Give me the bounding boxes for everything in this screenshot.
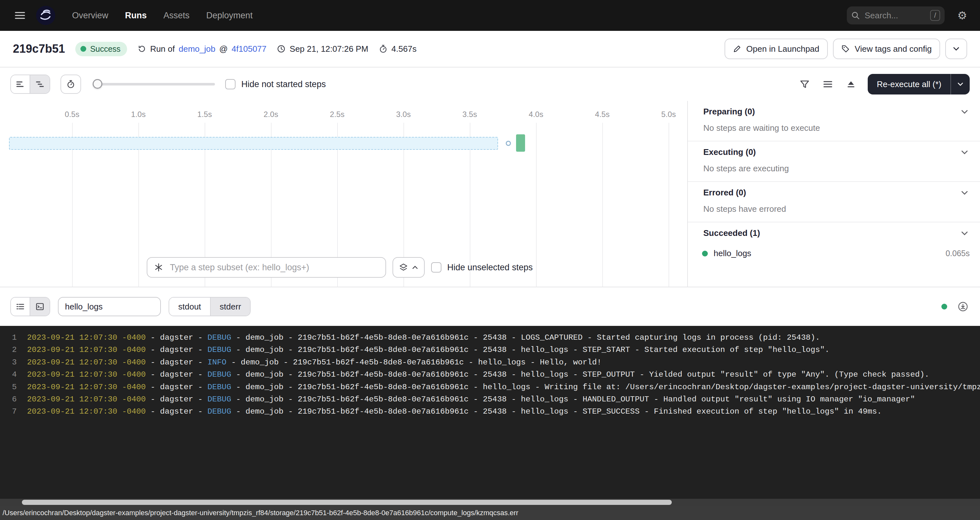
axis-tick: 0.5s [65,110,79,119]
job-link[interactable]: demo_job [178,44,215,54]
gantt-step-marker [506,141,511,146]
log-toolbar: stdout stderr [0,287,980,326]
gantt-bar-hello-logs[interactable] [516,134,525,152]
log-timestamp: 2023-09-21 12:07:30 -0400 [27,344,146,356]
section-preparing-header[interactable]: Preparing (0) [688,101,980,122]
funnel-icon [800,79,810,89]
collapse-panel-button[interactable] [845,78,858,90]
log-sep: - [231,406,245,418]
checkbox-box[interactable] [431,262,441,273]
graph-query-toggle-button[interactable] [393,257,425,278]
log-message: demo_job - 219c7b51-b62f-4e5b-8de8-0e7a6… [245,406,882,418]
axis-tick: 2.0s [264,110,278,119]
gear-icon: ⚙ [958,10,967,22]
pencil-icon [733,45,741,53]
axis-tick: 3.5s [462,110,477,119]
log-level: DEBUG [207,393,231,406]
gantt-zoom-slider[interactable] [93,75,215,93]
scrollbar-thumb[interactable] [22,500,672,505]
run-of-meta: Run of demo_job @ 4f105077 [137,44,267,54]
snapshot-link[interactable]: 4f105077 [232,44,266,54]
checkbox-box[interactable] [225,79,235,89]
duration-meta: 4.567s [379,44,417,54]
step-subset-filter[interactable] [147,257,386,278]
reexecute-options-button[interactable] [950,74,970,95]
rows-icon [822,79,833,89]
gantt-controls: Hide unselected steps [147,257,533,278]
gantt-timing-toggle-button[interactable] [60,75,81,94]
section-title: Errored (0) [703,188,746,198]
nav-item-overview[interactable]: Overview [72,11,108,21]
section-succeeded-header[interactable]: Succeeded (1) [688,222,980,243]
log-level: DEBUG [207,369,231,381]
nav-item-assets[interactable]: Assets [164,11,189,21]
nav-item-deployment[interactable]: Deployment [206,11,253,21]
log-sep: - [146,406,160,418]
axis-tick: 1.5s [197,110,212,119]
log-sep: - [226,357,241,369]
run-header-more-button[interactable] [945,38,967,59]
log-sep: - [146,369,160,381]
step-row-hello-logs[interactable]: hello_logs 0.065s [688,243,980,263]
slider-handle[interactable] [93,79,102,89]
log-message: demo_job - 219c7b51-b62f-4e5b-8de8-0e7a6… [245,369,929,381]
log-message: demo_job - 219c7b51-b62f-4e5b-8de8-0e7a6… [241,357,601,369]
hide-unselected-checkbox[interactable]: Hide unselected steps [431,262,533,273]
log-sep: - [146,332,160,344]
hamburger-menu-button[interactable] [10,6,30,25]
log-horizontal-scrollbar[interactable] [0,499,980,506]
gantt-flat-view-button[interactable] [11,75,30,93]
gantt-waiting-bar [9,137,498,150]
step-subset-input[interactable] [169,262,379,273]
search-input[interactable] [864,10,927,21]
open-launchpad-button[interactable]: Open in Launchpad [725,38,828,59]
row-view-button[interactable] [821,78,834,90]
log-line: 32023-09-21 12:07:30 -0400 - dagster - I… [0,357,980,369]
filter-funnel-button[interactable] [798,78,811,90]
nav-item-runs[interactable]: Runs [125,11,147,21]
start-time-meta: Sep 21, 12:07:26 PM [277,44,368,54]
log-message: demo_job - 219c7b51-b62f-4e5b-8de8-0e7a6… [245,332,820,344]
raw-log-view-button[interactable] [30,298,49,315]
search-shortcut-key: / [930,10,940,21]
run-header-actions: Open in Launchpad View tags and config [725,38,967,59]
view-tags-config-button[interactable]: View tags and config [833,38,940,59]
reexecute-split-button: Re-execute all (*) [868,74,970,95]
stdout-tab[interactable]: stdout [169,298,211,315]
section-title: Preparing (0) [703,107,755,117]
step-name: hello_logs [714,249,751,258]
hide-not-started-checkbox[interactable]: Hide not started steps [225,79,326,89]
line-number: 7 [0,406,17,418]
download-logs-button[interactable] [956,300,970,313]
structured-log-view-button[interactable] [11,298,30,315]
line-number: 1 [0,332,17,344]
settings-gear-button[interactable]: ⚙ [955,7,970,24]
log-step-filter-input[interactable] [58,297,161,316]
status-badge: Success [75,42,127,56]
search-icon [851,11,860,20]
reexecute-all-button[interactable]: Re-execute all (*) [868,74,950,95]
log-sep: - [146,357,160,369]
open-launchpad-label: Open in Launchpad [746,44,819,54]
history-icon [137,44,146,53]
log-output: 12023-09-21 12:07:30 -0400 - dagster - D… [0,326,980,506]
log-sep: - [193,406,207,418]
at-symbol: @ [219,44,228,54]
log-line: 42023-09-21 12:07:30 -0400 - dagster - D… [0,369,980,381]
section-errored-header[interactable]: Errored (0) [688,182,980,203]
layers-icon [399,263,408,272]
list-icon [16,302,25,311]
section-executing-header[interactable]: Executing (0) [688,141,980,162]
log-message: demo_job - 219c7b51-b62f-4e5b-8de8-0e7a6… [245,344,829,356]
stderr-tab[interactable]: stderr [211,298,250,315]
download-icon [958,301,969,312]
global-search[interactable]: / [847,6,945,24]
log-source: dagster [160,393,193,406]
log-toolbar-right [942,300,970,313]
gantt-waterfall-view-button[interactable] [30,75,49,93]
gantt-view-mode-toggle [10,75,50,94]
run-id: 219c7b51 [13,42,65,55]
log-sep: - [193,369,207,381]
line-number: 5 [0,381,17,393]
clock-icon [277,44,286,53]
